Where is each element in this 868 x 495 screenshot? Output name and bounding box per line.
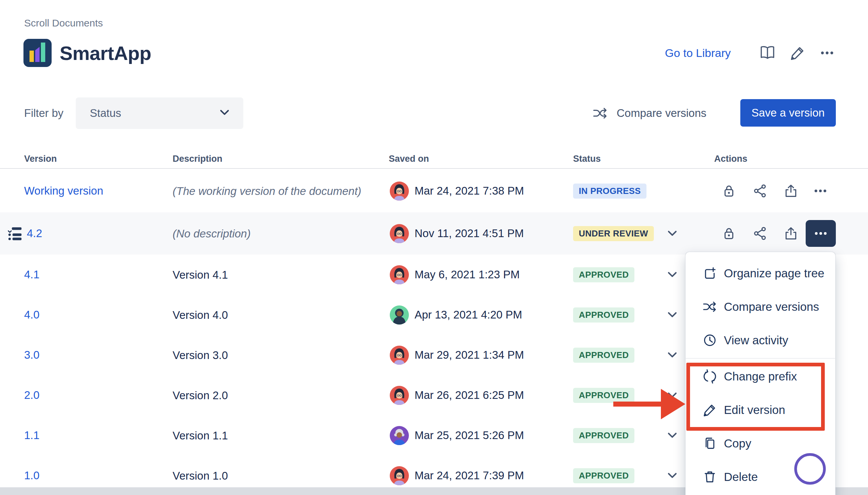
- version-link[interactable]: Working version: [24, 185, 103, 197]
- version-description: Version 4.1: [172, 255, 377, 295]
- col-actions: Actions: [714, 154, 747, 164]
- row-actions-context-menu: Organize page tree Compare versions View…: [685, 252, 835, 495]
- cycle-icon: [702, 369, 717, 384]
- header-more-icon[interactable]: [818, 39, 836, 67]
- version-tree-icon: [7, 212, 23, 255]
- col-status: Status: [573, 154, 601, 164]
- status-chevron-icon[interactable]: [664, 375, 680, 415]
- copy-icon: [702, 436, 717, 451]
- avatar: [390, 224, 409, 243]
- go-to-library-link[interactable]: Go to Library: [665, 39, 731, 67]
- status-badge: APPROVED: [573, 428, 634, 443]
- save-a-version-button[interactable]: Save a version: [740, 99, 836, 126]
- status-badge: APPROVED: [573, 348, 634, 363]
- saved-on-date: May 6, 2021 1:23 PM: [415, 268, 520, 281]
- menu-item-change-prefix[interactable]: Change prefix: [686, 360, 835, 393]
- logo-bar-teal: [41, 42, 45, 62]
- page-add-icon: [702, 266, 717, 281]
- library-book-icon[interactable]: [758, 39, 777, 67]
- share-icon[interactable]: [752, 212, 768, 255]
- share-icon[interactable]: [752, 169, 768, 212]
- status-badge: APPROVED: [573, 468, 634, 483]
- saved-on-date: Nov 11, 2021 4:51 PM: [415, 227, 524, 240]
- filter-by-label: Filter by: [24, 98, 63, 129]
- version-description: Version 4.0: [172, 295, 377, 335]
- avatar: [390, 346, 409, 365]
- lock-icon[interactable]: [720, 212, 737, 255]
- col-description: Description: [172, 154, 222, 164]
- menu-item-delete[interactable]: Delete: [686, 460, 835, 494]
- table-row-4-2: 4.2 (No description) Nov 11, 2021 4:51 P…: [0, 212, 868, 255]
- menu-item-edit-version[interactable]: Edit version: [686, 393, 835, 427]
- saved-on-date: Mar 25, 2021 5:26 PM: [415, 429, 524, 442]
- status-chevron-icon[interactable]: [664, 335, 680, 375]
- shuffle-icon: [592, 105, 608, 121]
- shuffle-icon: [702, 300, 717, 314]
- avatar: [390, 265, 409, 284]
- version-description: Version 3.0: [172, 335, 377, 375]
- clock-icon: [702, 333, 717, 348]
- status-badge: UNDER REVIEW: [573, 226, 654, 241]
- compare-versions-button[interactable]: Compare versions: [592, 98, 706, 129]
- col-version: Version: [24, 154, 57, 164]
- saved-on-date: Mar 26, 2021 6:25 PM: [415, 389, 524, 402]
- app-logo: [23, 39, 52, 67]
- avatar: [390, 182, 409, 201]
- menu-item-view-activity[interactable]: View activity: [686, 324, 835, 357]
- menu-separator: [686, 358, 835, 359]
- table-row-working-version: Working version (The working version of …: [0, 169, 868, 212]
- menu-item-organize-page-tree[interactable]: Organize page tree: [686, 257, 835, 290]
- version-link[interactable]: 1.0: [24, 469, 39, 482]
- status-filter-value: Status: [90, 107, 218, 120]
- version-link[interactable]: 4.1: [24, 268, 39, 281]
- saved-on-date: Mar 24, 2021 7:39 PM: [415, 469, 524, 482]
- version-description: (The working version of the document): [172, 169, 377, 212]
- pencil-icon: [702, 403, 717, 417]
- table-header: Version Description Saved on Status Acti…: [0, 151, 868, 169]
- menu-item-copy[interactable]: Copy: [686, 427, 835, 460]
- export-icon[interactable]: [783, 212, 799, 255]
- avatar: [390, 426, 409, 445]
- chevron-down-icon: [218, 106, 231, 121]
- version-description: (No description): [172, 212, 377, 255]
- lock-icon[interactable]: [720, 169, 737, 212]
- saved-on-date: Apr 13, 2021 4:20 PM: [415, 308, 522, 321]
- status-filter-select[interactable]: Status: [76, 98, 243, 129]
- version-link[interactable]: 4.0: [24, 308, 39, 321]
- trash-icon: [702, 470, 717, 484]
- version-link[interactable]: 3.0: [24, 349, 39, 361]
- status-badge: IN PROGRESS: [573, 184, 647, 199]
- avatar: [390, 466, 409, 485]
- version-link[interactable]: 1.1: [24, 429, 39, 442]
- saved-on-date: Mar 24, 2021 7:38 PM: [415, 185, 524, 197]
- page-title: SmartApp: [60, 39, 151, 67]
- saved-on-date: Mar 29, 2021 1:34 PM: [415, 349, 524, 361]
- row-more-button-active[interactable]: [806, 220, 836, 247]
- compare-versions-label: Compare versions: [617, 107, 706, 120]
- breadcrumb[interactable]: Scroll Documents: [24, 17, 103, 29]
- status-chevron-icon[interactable]: [664, 415, 680, 456]
- row-more-icon[interactable]: [811, 169, 831, 212]
- status-chevron-icon[interactable]: [664, 255, 680, 295]
- logo-bar-purple: [35, 47, 39, 62]
- menu-item-compare-versions[interactable]: Compare versions: [686, 290, 835, 324]
- version-description: Version 1.1: [172, 415, 377, 456]
- avatar: [390, 386, 409, 405]
- status-badge: APPROVED: [573, 267, 634, 282]
- version-link[interactable]: 2.0: [24, 389, 39, 402]
- status-badge: APPROVED: [573, 307, 634, 323]
- status-badge: APPROVED: [573, 388, 634, 403]
- status-chevron-icon[interactable]: [664, 295, 680, 335]
- version-description: Version 2.0: [172, 375, 377, 415]
- edit-pencil-icon[interactable]: [788, 39, 807, 67]
- version-link[interactable]: 4.2: [27, 227, 42, 240]
- status-chevron-icon[interactable]: [664, 212, 680, 255]
- avatar: [390, 305, 409, 325]
- col-saved-on: Saved on: [389, 154, 429, 164]
- export-icon[interactable]: [783, 169, 799, 212]
- logo-bar-yellow: [30, 51, 34, 62]
